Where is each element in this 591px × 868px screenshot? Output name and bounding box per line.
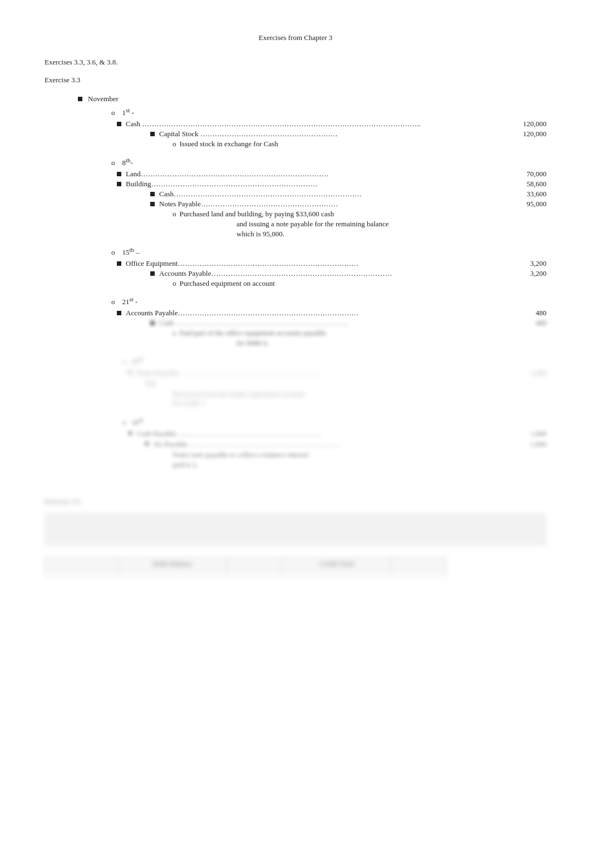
journal-container: November o 1st - Cash ………………………………………………… bbox=[78, 95, 546, 469]
memo-line-8th-2: and issuing a note payable for the remai… bbox=[237, 220, 546, 229]
debits-15th: Office Equipment………………………………………………………………… bbox=[117, 259, 546, 288]
bullet-icon bbox=[78, 97, 82, 101]
exercises-header: Exercises 3.3, 3.6, & 3.8. bbox=[45, 58, 546, 67]
entry-15th: o 15th – Office Equipment………………………………………… bbox=[100, 246, 546, 288]
credits-15th: Accounts Payable………………………………………………………………… bbox=[150, 269, 546, 278]
bullet-icon bbox=[117, 261, 121, 266]
exercise-title: Exercise 3.3 bbox=[45, 76, 546, 85]
bullet-icon bbox=[150, 202, 155, 206]
month-label: November bbox=[78, 95, 546, 103]
debit-accounts-payable-21st: Accounts Payable………………………………………………………………… bbox=[117, 309, 546, 318]
credits-21st-blurred: Cash ……………………………………………………………… 480 bbox=[150, 319, 546, 328]
entry-30th-blurred: o 30th Cash Payable…………………………………………………… … bbox=[111, 416, 546, 469]
bullet-icon bbox=[117, 122, 121, 126]
memo-8th: o Purchased land and building, by paying… bbox=[173, 210, 546, 239]
date-8th: o 8th- bbox=[100, 156, 546, 167]
credits-8th: Cash…………………………………………………………………… 33,600 No… bbox=[150, 190, 546, 209]
page-title: Exercises from Chapter 3 bbox=[45, 33, 546, 42]
bullet-icon bbox=[150, 192, 155, 196]
credit-accounts-payable-15th: Accounts Payable………………………………………………………………… bbox=[150, 269, 546, 278]
date-15th: o 15th – bbox=[100, 246, 546, 257]
credits-1st: Capital Stock ………………………………………………… 120,00… bbox=[150, 130, 546, 138]
memo-line-8th-3: which is 95,000. bbox=[237, 230, 546, 239]
memo-21st-blurred: o Paid part of the office equipment acco… bbox=[173, 329, 546, 348]
credit-capital-stock: Capital Stock ………………………………………………… 120,00… bbox=[150, 130, 546, 138]
credit-cash-8th: Cash…………………………………………………………………… 33,600 bbox=[150, 190, 546, 199]
memo-line-15th: o Purchased equipment on account bbox=[173, 279, 546, 288]
exercise-36-blurred: Exercise 3.6 bbox=[45, 497, 546, 546]
bullet-icon bbox=[150, 132, 155, 136]
bullet-icon bbox=[150, 271, 155, 276]
debits-8th: Land…………………………………………………………………… 70,000 Bu… bbox=[117, 170, 546, 239]
bullet-icon bbox=[117, 172, 121, 176]
memo-1st: o Issued stock in exchange for Cash bbox=[173, 140, 546, 148]
bullet-icon bbox=[150, 321, 155, 325]
memo-line-8th-1: o Purchased land and building, by paying… bbox=[173, 210, 546, 219]
bullet-icon bbox=[117, 182, 121, 186]
date-21st: o 21st - bbox=[100, 296, 546, 306]
debit-building: Building…………………………………………………………… 58,600 bbox=[117, 180, 546, 189]
debit-office-equipment: Office Equipment………………………………………………………………… bbox=[117, 259, 546, 268]
entry-1st: o 1st - Cash ………………………………………………………………………… bbox=[100, 107, 546, 148]
entry-28th-blurred: o 28th Notes Payable……………………………………………………… bbox=[111, 355, 546, 407]
bullet-icon bbox=[117, 311, 121, 315]
entry-21st: o 21st - Accounts Payable………………………………………… bbox=[100, 296, 546, 348]
debits-1st: Cash ……………………………………………………………………………………………… bbox=[117, 120, 546, 148]
memo-15th: o Purchased equipment on account bbox=[173, 279, 546, 288]
memo-line-1: o Issued stock in exchange for Cash bbox=[173, 140, 546, 148]
entry-8th: o 8th- Land…………………………………………………………………… 70… bbox=[100, 156, 546, 238]
date-1st: o 1st - bbox=[100, 107, 546, 117]
credit-notes-payable: Notes Payable………………………………………………… 95,000 bbox=[150, 200, 546, 209]
debit-land: Land…………………………………………………………………… 70,000 bbox=[117, 170, 546, 178]
debit-cash: Cash ……………………………………………………………………………………………… bbox=[117, 120, 546, 128]
table-blurred: Debit Balance Credit Total bbox=[45, 557, 546, 576]
debits-21st: Accounts Payable………………………………………………………………… bbox=[117, 309, 546, 348]
